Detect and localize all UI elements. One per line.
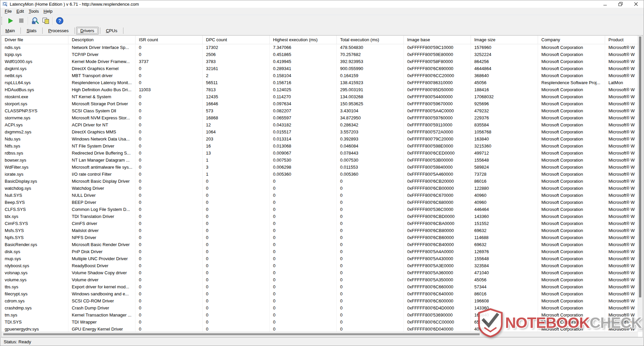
- table-row[interactable]: TDI.SYSTDI Wrapper00000xFFFFF800'6CC0000…: [1, 319, 643, 326]
- close-button[interactable]: [628, 0, 644, 8]
- toolbar-grip[interactable]: [1, 17, 3, 25]
- cell-image-size: 188416: [471, 86, 538, 93]
- table-row[interactable]: Beep.SYSBEEP Driver00000xFFFFF800'6C6800…: [1, 199, 643, 206]
- tab-processes[interactable]: Processes: [44, 27, 73, 35]
- table-row[interactable]: storport.sysMicrosoft Storage Port Drive…: [1, 100, 643, 107]
- cell-isr-count: 0: [136, 319, 203, 326]
- cell-isr-count: 0: [136, 72, 203, 79]
- table-row[interactable]: BasicRender.sysMicrosoft Basic Render Dr…: [1, 241, 643, 248]
- table-row[interactable]: ntoskrnl.exeNT Kernel & System0124350.11…: [1, 93, 643, 100]
- table-row[interactable]: Ntfs.sysNT File System Driver0160.013068…: [1, 142, 643, 150]
- tab-separator: [123, 27, 123, 34]
- tab-stats[interactable]: Stats: [22, 27, 41, 35]
- table-row[interactable]: volsnap.sysVolume Shadow Copy driver0000…: [1, 269, 643, 276]
- table-row[interactable]: gpuenergydrv.sysGPU Energy Kernel Driver…: [1, 326, 643, 332]
- column-header-company[interactable]: Company: [538, 36, 605, 44]
- tab-cpus[interactable]: CPUs: [102, 27, 122, 35]
- table-row[interactable]: Ndu.sysWindows Network Data Usa...02030.…: [1, 135, 643, 142]
- maximize-button[interactable]: [613, 0, 628, 8]
- table-row[interactable]: bowser.sysNT Lan Manager Datagram ...010…: [1, 157, 643, 164]
- cell-driver-file: HDAudBus.sys: [1, 86, 68, 93]
- cell-highest-execution-ms: 0.005360: [270, 171, 337, 178]
- cell-description: Crash Dump Driver: [68, 304, 136, 311]
- column-header-isr-count[interactable]: ISR count: [136, 36, 203, 44]
- cell-description: NULL Driver: [68, 192, 136, 199]
- cell-image-base: 0xFFFFF800'59E80000: [404, 51, 471, 58]
- cell-driver-file: rdbss.sys: [1, 150, 68, 157]
- table-row[interactable]: rdyboost.sysReadyBoost Driver00000xFFFFF…: [1, 262, 643, 269]
- minimize-button[interactable]: [597, 0, 613, 8]
- menu-item-tools[interactable]: Tools: [26, 8, 41, 14]
- cell-product: Microsoft® W: [605, 326, 643, 332]
- tab-drivers[interactable]: Drivers: [76, 27, 99, 35]
- table-row[interactable]: Null.SYSNULL Driver00000xFFFFF800'6C6700…: [1, 192, 643, 199]
- table-row[interactable]: ndis.sysNetwork Driver Interface Sp...01…: [1, 44, 643, 51]
- cell-image-size: 589824: [471, 164, 538, 171]
- table-row[interactable]: filecrypt.sysWindows sandboxing and e...…: [1, 290, 643, 297]
- cell-highest-execution-ms: 0: [270, 311, 337, 319]
- table-row[interactable]: tcpip.sysTCP/IP Driver025060.45186570.25…: [1, 51, 643, 58]
- table-row[interactable]: tm.sysKernel Transaction Manager ...0000…: [1, 311, 643, 319]
- vertical-scrollbar-thumb[interactable]: [639, 37, 641, 297]
- table-row[interactable]: rspLLL64.sysResplendence Latency Monit..…: [1, 79, 643, 86]
- menu-item-file[interactable]: File: [2, 8, 14, 14]
- help-button[interactable]: ?: [55, 16, 64, 25]
- table-row[interactable]: watchdog.sysWatchdog Driver00000xFFFFF80…: [1, 185, 643, 192]
- table-row[interactable]: Msfs.SYSMailslot driver00000xFFFFF800'6C…: [1, 227, 643, 234]
- table-row[interactable]: iorate.sysI/O rate control Filter010.005…: [1, 171, 643, 178]
- table-row[interactable]: ACPI.sysACPI Driver for NT0120.0431820.2…: [1, 121, 643, 128]
- table-row[interactable]: crashdmp.sysCrash Dump Driver00000xFFFFF…: [1, 304, 643, 311]
- table-row[interactable]: netbt.sysMBT Transport driver020.1581040…: [1, 72, 643, 79]
- horizontal-scrollbar-thumb[interactable]: [3, 333, 480, 335]
- analyze-button[interactable]: [31, 16, 40, 25]
- menu-item-help[interactable]: Help: [41, 8, 55, 14]
- cell-image-size: 114688: [471, 234, 538, 241]
- table-row[interactable]: CLASSPNP.SYSSCSI Class System Dll05730.0…: [1, 107, 643, 114]
- horizontal-scrollbar[interactable]: [1, 332, 638, 337]
- table-row[interactable]: Npfs.SYSNPFS Driver00000xFFFFF800'6CB600…: [1, 234, 643, 241]
- table-row[interactable]: disk.sysPnP Disk Driver00000xFFFFF800'5A…: [1, 248, 643, 255]
- cell-isr-count: 0: [136, 44, 203, 51]
- cell-dpc-count: 0: [203, 234, 270, 241]
- cell-image-base: 0xFFFFF800'6C640000: [404, 290, 471, 297]
- tab-main[interactable]: Main: [1, 27, 19, 35]
- cell-driver-file: Beep.SYS: [1, 199, 68, 206]
- table-row[interactable]: stornvme.sysMicrosoft NVM Express Stor..…: [1, 114, 643, 121]
- cell-isr-count: 0: [136, 171, 203, 178]
- column-header-description[interactable]: Description: [68, 36, 136, 44]
- column-header-highest-execution-ms[interactable]: Highest execution (ms): [270, 36, 337, 44]
- cell-highest-execution-ms: 0.124025: [270, 86, 337, 93]
- column-header-image-size[interactable]: Image size: [471, 36, 538, 44]
- table-row[interactable]: BasicDisplay.sysMicrosoft Basic Display …: [1, 178, 643, 185]
- table-row[interactable]: dxgkrnl.sysDirectX Graphics Kernel032161…: [1, 65, 643, 72]
- column-header-total-execution-ms[interactable]: Total execution (ms): [337, 36, 404, 44]
- cell-company: Microsoft Corporation: [538, 297, 605, 304]
- table-row[interactable]: CimFS.SYSCimFS driver00000xFFFFF800'6CBA…: [1, 220, 643, 227]
- cell-highest-execution-ms: 0: [270, 234, 337, 241]
- copy-report-button[interactable]: [41, 16, 50, 25]
- table-row[interactable]: CLFS.SYSCommon Log File System D...00000…: [1, 206, 643, 213]
- vertical-scrollbar[interactable]: [638, 36, 643, 332]
- start-monitor-button[interactable]: [6, 16, 15, 25]
- column-header-dpc-count[interactable]: DPC count: [203, 36, 270, 44]
- table-row[interactable]: HDAudBus.sysHigh Definition Audio Bus Dr…: [1, 86, 643, 93]
- stop-monitor-button[interactable]: [17, 16, 25, 25]
- menu-item-edit[interactable]: Edit: [14, 8, 26, 14]
- cell-dpc-count: 16646: [203, 100, 270, 107]
- cell-total-execution-ms: 0: [337, 206, 404, 213]
- table-row[interactable]: WdFilter.sysMicrosoft antimalware file s…: [1, 164, 643, 171]
- cell-image-size: 69632: [471, 241, 538, 248]
- cell-product: Microsoft® W: [605, 206, 643, 213]
- table-row[interactable]: tbs.sysExport driver for kernel mod...00…: [1, 283, 643, 290]
- table-row[interactable]: mup.sysMultiple UNC Provider Driver00000…: [1, 255, 643, 262]
- table-row[interactable]: volume.sysVolume driver00000xFFFFF800'5A…: [1, 276, 643, 283]
- table-row[interactable]: cdrom.sysSCSI CD-ROM Driver00000xFFFFF80…: [1, 297, 643, 304]
- table-row[interactable]: dxgmms2.sysDirectX Graphics MMS010640.01…: [1, 128, 643, 135]
- cell-driver-file: CLFS.SYS: [1, 206, 68, 213]
- cell-highest-execution-ms: 0: [270, 220, 337, 227]
- table-row[interactable]: rdbss.sysRedirected Drive Buffering S...…: [1, 150, 643, 157]
- table-row[interactable]: tdx.sysTDI Translation Driver00000xFFFFF…: [1, 213, 643, 220]
- column-header-driver-file[interactable]: Driver file: [1, 36, 68, 44]
- table-row[interactable]: Wdf01000.sysKernel Mode Driver Framew...…: [1, 58, 643, 65]
- column-header-image-base[interactable]: Image base: [404, 36, 471, 44]
